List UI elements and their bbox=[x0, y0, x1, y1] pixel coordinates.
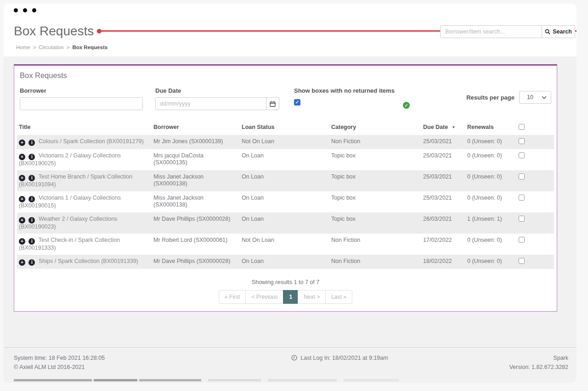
due-date-input[interactable] bbox=[155, 97, 266, 110]
row-checkbox[interactable] bbox=[519, 258, 525, 264]
app-window: Box Requests Search Home > Circulation >… bbox=[4, 4, 577, 383]
due-date-cell: 25/03/2021 bbox=[423, 195, 467, 201]
row-checkbox[interactable] bbox=[519, 173, 525, 179]
row-checkbox[interactable] bbox=[519, 152, 525, 158]
col-borrower[interactable]: Borrower bbox=[153, 124, 242, 130]
expand-row-icon[interactable]: + bbox=[19, 196, 25, 202]
expand-row-icon[interactable]: + bbox=[19, 154, 25, 160]
due-date-cell: 25/03/2021 bbox=[423, 173, 467, 180]
info-icon[interactable]: i bbox=[28, 140, 35, 146]
borrower-cell: Mr Jim Jones (SX0000139) bbox=[153, 138, 242, 145]
expand-row-icon[interactable]: + bbox=[19, 175, 25, 181]
table-row: + i Test Check-in / Spark Collection (BX… bbox=[17, 234, 554, 255]
info-icon[interactable]: i bbox=[28, 154, 35, 160]
select-all-checkbox[interactable] bbox=[519, 124, 525, 130]
expand-row-icon[interactable]: + bbox=[19, 259, 25, 266]
col-renewals[interactable]: Renewals bbox=[467, 124, 515, 130]
expand-row-icon[interactable]: + bbox=[19, 140, 25, 146]
category-cell: Topic box bbox=[331, 195, 423, 201]
dot-icon bbox=[23, 8, 27, 12]
expand-row-icon[interactable]: + bbox=[19, 217, 25, 223]
renewals-cell: 1 (Unseen: 1) bbox=[467, 216, 515, 223]
info-icon[interactable]: i bbox=[28, 175, 35, 181]
page-body: Box Requests Borrower Due Date bbox=[4, 56, 577, 383]
info-icon[interactable]: i bbox=[28, 217, 35, 223]
search-input[interactable] bbox=[440, 25, 542, 38]
title-cell: + i Test Check-in / Spark Collection (BX… bbox=[17, 237, 153, 251]
col-due-date[interactable]: Due Date▼ bbox=[423, 124, 467, 130]
sort-desc-icon[interactable]: ▼ bbox=[452, 125, 455, 129]
show-boxes-checkbox[interactable]: ✓ bbox=[294, 99, 300, 106]
category-cell: Non Fiction bbox=[331, 138, 423, 145]
borrower-cell: Miss Janet Jackson (SX0000138) bbox=[153, 173, 242, 187]
results-per-page-value: 10 bbox=[527, 94, 533, 101]
calendar-button[interactable] bbox=[266, 97, 279, 110]
renewals-cell: 0 (Unseen: 0) bbox=[467, 237, 515, 244]
row-checkbox[interactable] bbox=[519, 216, 525, 222]
category-cell: Non Fiction bbox=[331, 258, 423, 265]
checkmark-icon: ✓ bbox=[295, 100, 299, 105]
dot-icon bbox=[32, 8, 36, 12]
due-date-filter-label: Due Date bbox=[155, 87, 279, 94]
col-category[interactable]: Category bbox=[331, 124, 423, 130]
next-page-button[interactable]: Next > bbox=[298, 290, 326, 304]
footer: System time: 18 Feb 2021 16:28:05 © Axie… bbox=[4, 347, 577, 372]
previous-page-button[interactable]: < Previous bbox=[245, 290, 283, 304]
row-checkbox[interactable] bbox=[519, 195, 525, 201]
info-icon[interactable]: i bbox=[28, 196, 35, 202]
info-icon[interactable]: i bbox=[28, 238, 35, 245]
loan-status-cell: On Loan bbox=[242, 195, 331, 201]
table-row: + i Colours / Spark Collection (BX001912… bbox=[17, 135, 554, 149]
loan-status-cell: On Loan bbox=[242, 216, 331, 223]
loan-status-cell: On Loan bbox=[242, 173, 331, 180]
expand-row-icon[interactable]: + bbox=[19, 238, 25, 245]
col-title[interactable]: Title bbox=[17, 124, 153, 130]
breadcrumb-circulation[interactable]: Circulation bbox=[39, 45, 63, 50]
borrower-filter-input[interactable] bbox=[20, 97, 143, 110]
due-date-cell: 17/02/2022 bbox=[423, 237, 467, 244]
search-icon bbox=[545, 29, 550, 34]
cropped-content-artifact bbox=[4, 379, 577, 381]
window-menu-dots[interactable] bbox=[14, 8, 36, 12]
breadcrumb-home[interactable]: Home bbox=[16, 45, 30, 50]
current-page-button[interactable]: 1 bbox=[283, 290, 298, 304]
loan-status-cell: Not On Loan bbox=[242, 138, 331, 145]
table-row: + i Victorians 1 / Galaxy Collections (B… bbox=[17, 191, 554, 212]
row-checkbox[interactable] bbox=[519, 138, 525, 144]
loan-status-cell: Not On Loan bbox=[242, 237, 331, 244]
title-cell: + i Ships / Spark Collection (BX00191339… bbox=[17, 258, 153, 266]
box-requests-table: Title Borrower Loan Status Category Due … bbox=[17, 120, 554, 269]
calendar-icon bbox=[270, 101, 276, 107]
table-row: + i Ships / Spark Collection (BX00191339… bbox=[17, 255, 554, 269]
search-button[interactable]: Search bbox=[542, 25, 575, 38]
borrower-cell: Miss Janet Jackson (SX0000138) bbox=[153, 195, 242, 208]
box-title: Colours / Spark Collection (BX00191279) bbox=[39, 138, 144, 145]
table-row: + i Victorians 2 / Galaxy Collections (B… bbox=[17, 149, 554, 170]
col-loan-status[interactable]: Loan Status bbox=[242, 124, 331, 130]
loan-status-cell: On Loan bbox=[242, 152, 331, 159]
title-cell: + i Weather 2 / Galaxy Collections (BX00… bbox=[17, 216, 153, 230]
row-checkbox[interactable] bbox=[519, 237, 525, 243]
box-requests-panel: Box Requests Borrower Due Date bbox=[14, 64, 557, 312]
page-title: Box Requests bbox=[14, 24, 94, 39]
due-date-cell: 25/03/2021 bbox=[423, 152, 467, 159]
borrower-filter-label: Borrower bbox=[20, 87, 143, 94]
results-per-page-select[interactable]: 10 bbox=[519, 91, 551, 104]
title-cell: + i Victorians 2 / Galaxy Collections (B… bbox=[17, 152, 153, 167]
category-cell: Non Fiction bbox=[331, 237, 423, 244]
renewals-cell: 0 (Unseen: 0) bbox=[467, 258, 515, 265]
first-page-button[interactable]: « First bbox=[219, 290, 246, 304]
last-page-button[interactable]: Last » bbox=[325, 290, 352, 304]
due-date-cell: 18/02/2022 bbox=[423, 258, 467, 265]
version: Version: 1.82.672.3282 bbox=[509, 363, 568, 372]
results-per-page-label: Results per page bbox=[466, 94, 514, 101]
box-title: Ships / Spark Collection (BX00191339) bbox=[39, 258, 138, 264]
breadcrumb-current: Box Requests bbox=[72, 45, 107, 50]
borrower-cell: Mrs jacqui DaCosta (SX0000135) bbox=[153, 152, 242, 166]
global-search: Search bbox=[440, 25, 575, 38]
category-cell: Topic box bbox=[331, 173, 423, 180]
info-icon[interactable]: i bbox=[28, 259, 35, 266]
chevron-down-icon bbox=[542, 96, 547, 99]
renewals-cell: 0 (Unseen: 0) bbox=[467, 173, 515, 180]
dot-icon bbox=[14, 8, 18, 12]
